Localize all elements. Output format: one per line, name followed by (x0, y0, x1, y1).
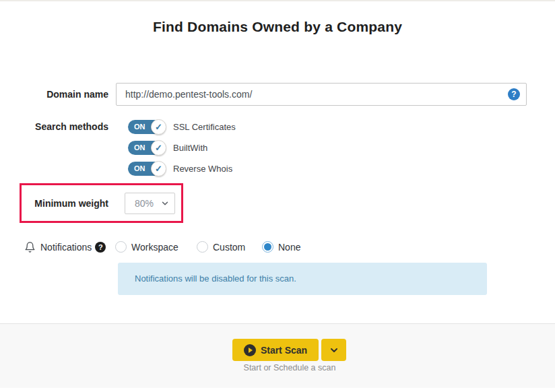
checkmark-icon: ✓ (151, 119, 166, 135)
toggle-builtwith[interactable]: ON ✓ (128, 140, 166, 156)
info-message: Notifications will be disabled for this … (135, 263, 296, 295)
minimum-weight-select[interactable]: 80% (125, 193, 175, 214)
radio-workspace[interactable]: Workspace (115, 240, 178, 254)
search-methods-label: Search methods (0, 119, 108, 134)
page-title: Find Domains Owned by a Company (0, 19, 555, 35)
radio-circle-icon[interactable] (115, 241, 127, 253)
checkmark-icon: ✓ (151, 140, 166, 156)
search-method-row: ON ✓ SSL Certificates (128, 119, 236, 135)
radio-label: Workspace (131, 242, 178, 253)
search-method-label: BuiltWith (173, 143, 207, 153)
footer-bar: Start Scan Start or Schedule a scan (0, 323, 555, 388)
notifications-row: Notifications ? (24, 240, 106, 254)
radio-label: Custom (213, 242, 245, 253)
radio-custom[interactable]: Custom (197, 240, 245, 254)
play-icon (244, 344, 256, 356)
footer-hint: Start or Schedule a scan (205, 363, 374, 372)
toggle-reverse-whois[interactable]: ON ✓ (128, 161, 166, 176)
search-method-label: Reverse Whois (173, 164, 232, 174)
search-method-label: SSL Certificates (173, 122, 236, 132)
chevron-down-icon (329, 345, 339, 356)
notifications-info-box: Notifications will be disabled for this … (118, 263, 487, 295)
domain-name-input[interactable]: http://demo.pentest-tools.com/ ? (116, 83, 527, 106)
minimum-weight-value: 80% (135, 193, 154, 214)
toggle-ssl-certificates[interactable]: ON ✓ (128, 119, 166, 135)
search-method-row: ON ✓ BuiltWith (128, 140, 207, 156)
domain-name-label: Domain name (0, 83, 108, 106)
radio-none[interactable]: None (262, 240, 300, 254)
domain-help-icon[interactable]: ? (508, 88, 520, 100)
radio-circle-selected-icon[interactable] (262, 241, 273, 253)
minimum-weight-label: Minimum weight (0, 193, 108, 214)
scan-config-page: Find Domains Owned by a Company Domain n… (0, 0, 555, 392)
domain-name-value: http://demo.pentest-tools.com/ (125, 84, 252, 105)
start-scan-label: Start Scan (261, 345, 307, 356)
radio-circle-icon[interactable] (197, 241, 208, 253)
checkmark-icon: ✓ (151, 161, 166, 176)
start-scan-button[interactable]: Start Scan (232, 339, 319, 361)
radio-label: None (278, 242, 300, 253)
bell-icon (24, 241, 36, 253)
scan-options-dropdown-button[interactable] (321, 339, 346, 361)
notifications-help-icon[interactable]: ? (95, 242, 106, 253)
search-method-row: ON ✓ Reverse Whois (128, 161, 232, 176)
top-divider (0, 0, 555, 1)
notifications-label: Notifications (40, 242, 92, 253)
chevron-down-icon (160, 199, 170, 211)
